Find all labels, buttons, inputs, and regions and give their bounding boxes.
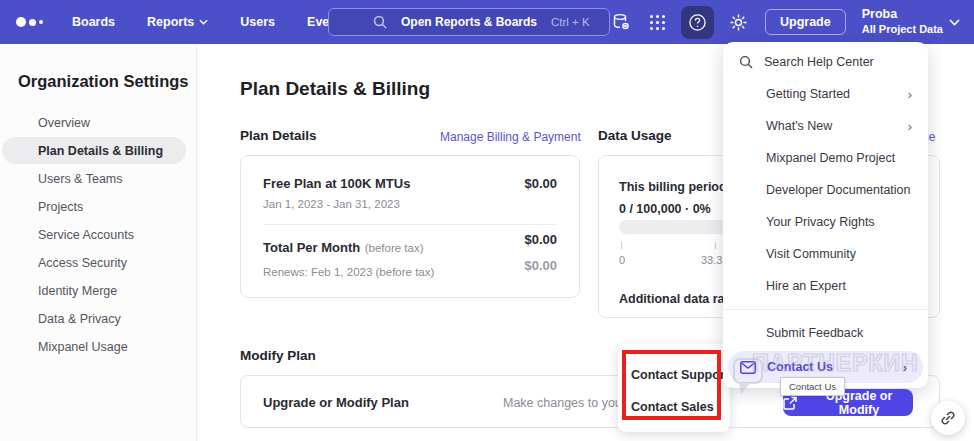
submenu-item-contact-sales[interactable]: Contact Sales (631, 400, 714, 414)
plan-details-section-title: Plan Details (240, 128, 317, 143)
chevron-down-icon[interactable] (949, 19, 960, 26)
menu-item-label: Your Privacy Rights (766, 215, 875, 229)
nav-reports-label: Reports (147, 15, 194, 29)
contact-submenu: Contact Support Contact Sales (618, 344, 730, 432)
sidebar-item-access-security[interactable]: Access Security (2, 249, 186, 276)
sidebar-item-identity-merge[interactable]: Identity Merge (2, 277, 186, 304)
data-usage-section-title: Data Usage (598, 128, 672, 143)
sidebar-item-users-teams[interactable]: Users & Teams (2, 165, 186, 192)
page-title: Plan Details & Billing (240, 78, 430, 100)
search-icon (739, 55, 753, 69)
plan-price: $0.00 (524, 176, 557, 191)
chevron-down-icon (199, 19, 208, 25)
global-search-input[interactable]: Open Reports & Boards Ctrl + K (328, 8, 610, 36)
chevron-right-icon: › (903, 360, 907, 375)
sidebar-item-label: Access Security (38, 256, 127, 270)
menu-item-label: Hire an Expert (766, 279, 846, 293)
sidebar-item-label: Plan Details & Billing (38, 144, 163, 158)
renews-price: $0.00 (524, 258, 557, 273)
org-switcher[interactable]: Proba All Project Data (862, 7, 943, 36)
link-icon (940, 410, 956, 426)
sidebar-item-label: Identity Merge (38, 284, 117, 298)
nav-boards[interactable]: Boards (72, 15, 115, 29)
sidebar-item-projects[interactable]: Projects (2, 193, 186, 220)
menu-item-label: Search Help Center (764, 55, 874, 69)
menu-item-search-help-center[interactable]: Search Help Center (723, 46, 928, 78)
external-link-icon (783, 396, 797, 410)
envelope-icon (740, 361, 756, 374)
settings-sidebar: Organization Settings Overview Plan Deta… (0, 44, 197, 441)
search-icon (373, 15, 387, 29)
org-project: All Project Data (862, 23, 943, 37)
mixpanel-logo[interactable] (16, 17, 56, 27)
menu-divider (723, 309, 928, 310)
menu-item-submit-feedback[interactable]: Submit Feedback (723, 317, 928, 349)
modify-plan-section-title: Modify Plan (240, 348, 316, 363)
total-price: $0.00 (524, 232, 557, 247)
menu-item-developer-documentation[interactable]: Developer Documentation (723, 174, 928, 206)
submenu-item-contact-support[interactable]: Contact Support (631, 368, 729, 382)
total-label: Total Per Month (263, 240, 360, 255)
search-shortcut: Ctrl + K (551, 16, 590, 28)
upgrade-row-description: Make changes to your p (503, 396, 636, 410)
menu-item-label: Mixpanel Demo Project (766, 151, 895, 165)
manage-billing-link[interactable]: Manage Billing & Payment (440, 130, 581, 144)
org-name: Proba (862, 7, 943, 23)
sidebar-item-mixpanel-usage[interactable]: Mixpanel Usage (2, 333, 186, 360)
total-per-month-row: Total Per Month (before tax) (263, 238, 557, 256)
search-placeholder: Open Reports & Boards (401, 15, 537, 29)
help-icon[interactable] (681, 6, 714, 39)
tick-mark (621, 242, 622, 249)
sidebar-item-plan-details-billing[interactable]: Plan Details & Billing (2, 137, 186, 164)
data-management-icon[interactable] (611, 12, 631, 32)
menu-item-label: Submit Feedback (766, 326, 863, 340)
sidebar-item-data-privacy[interactable]: Data & Privacy (2, 305, 186, 332)
sidebar-item-service-accounts[interactable]: Service Accounts (2, 221, 186, 248)
menu-item-hire-an-expert[interactable]: Hire an Expert (723, 270, 928, 302)
upgrade-button[interactable]: Upgrade (765, 9, 846, 35)
sidebar-item-label: Projects (38, 200, 83, 214)
tick-label-0: 0 (619, 254, 625, 266)
gear-icon[interactable] (729, 13, 748, 32)
menu-item-getting-started[interactable]: Getting Started › (723, 78, 928, 110)
menu-item-whats-new[interactable]: What's New › (723, 110, 928, 142)
menu-item-label: Getting Started (766, 87, 850, 101)
sidebar-item-label: Service Accounts (38, 228, 134, 242)
menu-item-label: Contact Us (767, 360, 833, 374)
nav-users-label: Users (240, 15, 275, 29)
top-navbar: Boards Reports Users Events Open Reports… (0, 0, 974, 44)
chevron-right-icon: › (908, 119, 912, 134)
sidebar-item-label: Data & Privacy (38, 312, 121, 326)
sidebar-item-overview[interactable]: Overview (2, 109, 186, 136)
help-menu: Search Help Center Getting Started › Wha… (723, 42, 928, 388)
menu-item-label: Developer Documentation (766, 183, 911, 197)
nav-users[interactable]: Users (240, 15, 275, 29)
plan-details-card: Free Plan at 100K MTUs $0.00 Jan 1, 2023… (240, 155, 580, 298)
menu-item-visit-community[interactable]: Visit Community (723, 238, 928, 270)
sidebar-item-label: Overview (38, 116, 90, 130)
total-note: (before tax) (365, 242, 424, 254)
apps-grid-icon[interactable] (649, 14, 666, 31)
nav-boards-label: Boards (72, 15, 115, 29)
plan-name: Free Plan at 100K MTUs (263, 176, 557, 191)
chevron-right-icon: › (908, 87, 912, 102)
sidebar-title: Organization Settings (18, 72, 196, 91)
renews-label: Renews: Feb 1, 2023 (before tax) (263, 266, 557, 278)
tick-mark (715, 242, 716, 249)
menu-item-label: What's New (766, 119, 832, 133)
nav-reports[interactable]: Reports (147, 15, 208, 29)
share-link-button[interactable] (931, 401, 965, 435)
menu-item-your-privacy-rights[interactable]: Your Privacy Rights (723, 206, 928, 238)
sidebar-item-label: Mixpanel Usage (38, 340, 128, 354)
sidebar-item-label: Users & Teams (38, 172, 123, 186)
contact-us-tooltip: Contact Us (780, 377, 845, 396)
plan-period: Jan 1, 2023 - Jan 31, 2023 (263, 198, 557, 210)
menu-item-mixpanel-demo-project[interactable]: Mixpanel Demo Project (723, 142, 928, 174)
menu-item-label: Visit Community (766, 247, 856, 261)
